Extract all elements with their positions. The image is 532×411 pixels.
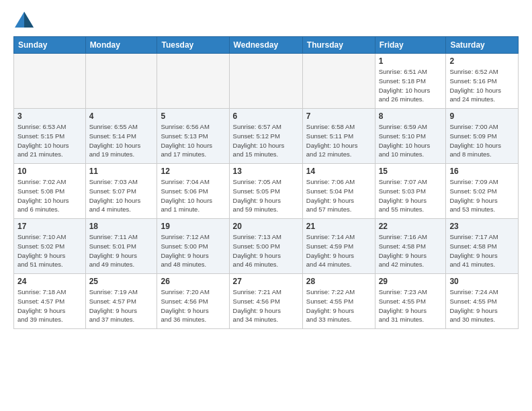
day-cell: 19Sunrise: 7:12 AM Sunset: 5:00 PM Dayli… xyxy=(157,219,229,274)
day-cell: 24Sunrise: 7:18 AM Sunset: 4:57 PM Dayli… xyxy=(14,274,86,329)
header xyxy=(13,11,519,30)
day-cell: 10Sunrise: 7:02 AM Sunset: 5:08 PM Dayli… xyxy=(14,164,86,219)
day-info: Sunrise: 7:04 AM Sunset: 5:06 PM Dayligh… xyxy=(161,177,225,214)
day-info: Sunrise: 7:23 AM Sunset: 4:55 PM Dayligh… xyxy=(379,287,443,324)
day-header-monday: Monday xyxy=(85,37,157,54)
day-cell xyxy=(302,54,375,109)
day-header-friday: Friday xyxy=(375,37,446,54)
day-number: 13 xyxy=(233,167,299,176)
calendar-body: 1Sunrise: 6:51 AM Sunset: 5:18 PM Daylig… xyxy=(14,54,519,329)
day-number: 19 xyxy=(161,222,225,231)
calendar: SundayMondayTuesdayWednesdayThursdayFrid… xyxy=(13,36,519,329)
day-info: Sunrise: 6:58 AM Sunset: 5:11 PM Dayligh… xyxy=(306,122,371,159)
svg-marker-1 xyxy=(24,12,34,28)
day-cell: 25Sunrise: 7:19 AM Sunset: 4:57 PM Dayli… xyxy=(85,274,157,329)
day-info: Sunrise: 7:16 AM Sunset: 4:58 PM Dayligh… xyxy=(379,232,443,269)
day-cell: 20Sunrise: 7:13 AM Sunset: 5:00 PM Dayli… xyxy=(229,219,302,274)
day-info: Sunrise: 7:02 AM Sunset: 5:08 PM Dayligh… xyxy=(17,177,82,214)
day-cell: 7Sunrise: 6:58 AM Sunset: 5:11 PM Daylig… xyxy=(302,109,375,164)
day-header-wednesday: Wednesday xyxy=(229,37,302,54)
day-info: Sunrise: 7:05 AM Sunset: 5:05 PM Dayligh… xyxy=(233,177,299,214)
day-number: 21 xyxy=(306,222,371,231)
day-cell xyxy=(229,54,302,109)
day-number: 7 xyxy=(306,111,371,121)
logo-area xyxy=(13,11,38,30)
day-number: 26 xyxy=(161,277,225,286)
day-cell: 23Sunrise: 7:17 AM Sunset: 4:58 PM Dayli… xyxy=(446,219,519,274)
day-cell: 29Sunrise: 7:23 AM Sunset: 4:55 PM Dayli… xyxy=(375,274,446,329)
week-row-1: 1Sunrise: 6:51 AM Sunset: 5:18 PM Daylig… xyxy=(14,54,519,109)
day-number: 11 xyxy=(89,167,154,176)
day-info: Sunrise: 7:10 AM Sunset: 5:02 PM Dayligh… xyxy=(17,232,82,269)
day-info: Sunrise: 7:19 AM Sunset: 4:57 PM Dayligh… xyxy=(89,287,154,324)
day-info: Sunrise: 7:17 AM Sunset: 4:58 PM Dayligh… xyxy=(449,232,515,269)
day-cell: 16Sunrise: 7:09 AM Sunset: 5:02 PM Dayli… xyxy=(446,164,519,219)
day-number: 4 xyxy=(89,111,154,121)
day-number: 22 xyxy=(379,222,443,231)
day-cell xyxy=(14,54,86,109)
day-cell: 15Sunrise: 7:07 AM Sunset: 5:03 PM Dayli… xyxy=(375,164,446,219)
day-cell: 9Sunrise: 7:00 AM Sunset: 5:09 PM Daylig… xyxy=(446,109,519,164)
day-cell: 21Sunrise: 7:14 AM Sunset: 4:59 PM Dayli… xyxy=(302,219,375,274)
day-number: 14 xyxy=(306,167,371,176)
day-number: 2 xyxy=(449,56,515,66)
day-header-saturday: Saturday xyxy=(446,37,519,54)
day-cell: 11Sunrise: 7:03 AM Sunset: 5:07 PM Dayli… xyxy=(85,164,157,219)
day-number: 5 xyxy=(161,111,225,121)
day-info: Sunrise: 6:59 AM Sunset: 5:10 PM Dayligh… xyxy=(379,122,443,159)
week-row-5: 24Sunrise: 7:18 AM Sunset: 4:57 PM Dayli… xyxy=(14,274,519,329)
day-cell: 28Sunrise: 7:22 AM Sunset: 4:55 PM Dayli… xyxy=(302,274,375,329)
day-info: Sunrise: 6:52 AM Sunset: 5:16 PM Dayligh… xyxy=(449,67,515,104)
day-number: 9 xyxy=(449,111,515,121)
day-number: 18 xyxy=(89,222,154,231)
day-number: 28 xyxy=(306,277,371,286)
header-row: SundayMondayTuesdayWednesdayThursdayFrid… xyxy=(14,37,519,54)
day-cell: 5Sunrise: 6:56 AM Sunset: 5:13 PM Daylig… xyxy=(157,109,229,164)
day-info: Sunrise: 7:09 AM Sunset: 5:02 PM Dayligh… xyxy=(449,177,515,214)
day-info: Sunrise: 7:20 AM Sunset: 4:56 PM Dayligh… xyxy=(161,287,225,324)
day-cell: 17Sunrise: 7:10 AM Sunset: 5:02 PM Dayli… xyxy=(14,219,86,274)
day-cell xyxy=(157,54,229,109)
day-info: Sunrise: 6:56 AM Sunset: 5:13 PM Dayligh… xyxy=(161,122,225,159)
day-info: Sunrise: 7:06 AM Sunset: 5:04 PM Dayligh… xyxy=(306,177,371,214)
day-cell xyxy=(85,54,157,109)
day-info: Sunrise: 7:21 AM Sunset: 4:56 PM Dayligh… xyxy=(233,287,299,324)
day-number: 25 xyxy=(89,277,154,286)
day-info: Sunrise: 7:07 AM Sunset: 5:03 PM Dayligh… xyxy=(379,177,443,214)
calendar-header: SundayMondayTuesdayWednesdayThursdayFrid… xyxy=(14,37,519,54)
page: SundayMondayTuesdayWednesdayThursdayFrid… xyxy=(0,0,532,336)
day-cell: 13Sunrise: 7:05 AM Sunset: 5:05 PM Dayli… xyxy=(229,164,302,219)
day-cell: 26Sunrise: 7:20 AM Sunset: 4:56 PM Dayli… xyxy=(157,274,229,329)
day-info: Sunrise: 7:14 AM Sunset: 4:59 PM Dayligh… xyxy=(306,232,371,269)
day-number: 29 xyxy=(379,277,443,286)
day-number: 6 xyxy=(233,111,299,121)
day-number: 17 xyxy=(17,222,82,231)
day-number: 8 xyxy=(379,111,443,121)
day-cell: 30Sunrise: 7:24 AM Sunset: 4:55 PM Dayli… xyxy=(446,274,519,329)
day-info: Sunrise: 6:53 AM Sunset: 5:15 PM Dayligh… xyxy=(17,122,82,159)
day-cell: 8Sunrise: 6:59 AM Sunset: 5:10 PM Daylig… xyxy=(375,109,446,164)
day-cell: 18Sunrise: 7:11 AM Sunset: 5:01 PM Dayli… xyxy=(85,219,157,274)
day-cell: 27Sunrise: 7:21 AM Sunset: 4:56 PM Dayli… xyxy=(229,274,302,329)
day-number: 27 xyxy=(233,277,299,286)
day-cell: 22Sunrise: 7:16 AM Sunset: 4:58 PM Dayli… xyxy=(375,219,446,274)
day-cell: 2Sunrise: 6:52 AM Sunset: 5:16 PM Daylig… xyxy=(446,54,519,109)
week-row-4: 17Sunrise: 7:10 AM Sunset: 5:02 PM Dayli… xyxy=(14,219,519,274)
day-number: 24 xyxy=(17,277,82,286)
day-number: 12 xyxy=(161,167,225,176)
day-number: 30 xyxy=(449,277,515,286)
day-number: 23 xyxy=(449,222,515,231)
day-number: 3 xyxy=(17,111,82,121)
day-info: Sunrise: 7:00 AM Sunset: 5:09 PM Dayligh… xyxy=(449,122,515,159)
day-info: Sunrise: 6:57 AM Sunset: 5:12 PM Dayligh… xyxy=(233,122,299,159)
day-info: Sunrise: 7:12 AM Sunset: 5:00 PM Dayligh… xyxy=(161,232,225,269)
day-info: Sunrise: 7:13 AM Sunset: 5:00 PM Dayligh… xyxy=(233,232,299,269)
day-info: Sunrise: 7:24 AM Sunset: 4:55 PM Dayligh… xyxy=(449,287,515,324)
day-number: 1 xyxy=(379,56,443,66)
day-cell: 1Sunrise: 6:51 AM Sunset: 5:18 PM Daylig… xyxy=(375,54,446,109)
day-header-thursday: Thursday xyxy=(302,37,375,54)
day-number: 20 xyxy=(233,222,299,231)
day-number: 15 xyxy=(379,167,443,176)
week-row-2: 3Sunrise: 6:53 AM Sunset: 5:15 PM Daylig… xyxy=(14,109,519,164)
week-row-3: 10Sunrise: 7:02 AM Sunset: 5:08 PM Dayli… xyxy=(14,164,519,219)
